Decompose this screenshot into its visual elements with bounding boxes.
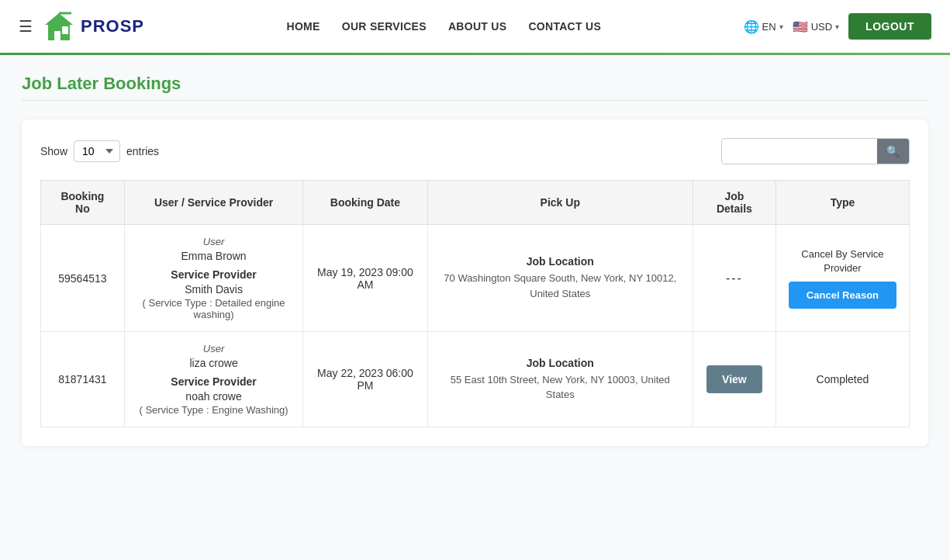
user-label-2: User xyxy=(137,343,291,354)
page-content: Job Later Bookings Show 10 25 50 100 ent… xyxy=(0,55,950,465)
search-button[interactable]: 🔍 xyxy=(877,139,909,164)
user-name-2: liza crowe xyxy=(137,357,291,369)
booking-date-2: May 22, 2023 06:00 PM xyxy=(303,332,427,427)
globe-icon: 🌐 xyxy=(744,19,759,34)
logo-sp: SP xyxy=(120,16,144,36)
search-icon: 🔍 xyxy=(886,145,900,157)
booking-date-1: May 19, 2023 09:00 AM xyxy=(303,225,427,332)
hamburger-icon[interactable]: ☰ xyxy=(19,17,33,36)
header: ☰ PROSP HOME OUR SERVICES ABOUT US CONTA… xyxy=(0,0,950,53)
booking-no-1: 59564513 xyxy=(41,225,125,332)
col-booking-no: Booking No xyxy=(41,181,125,225)
job-details-2: View xyxy=(693,332,776,427)
type-2: Completed xyxy=(776,332,909,427)
logo-container: PROSP xyxy=(42,9,144,43)
table-row: 81871431 User liza crowe Service Provide… xyxy=(41,332,910,427)
service-type-2: ( Service Type : Engine Washing) xyxy=(137,404,291,416)
table-row: 59564513 User Emma Brown Service Provide… xyxy=(41,225,910,332)
cancel-service-text: Cancel By Service Provider xyxy=(789,247,896,275)
view-button[interactable]: View xyxy=(706,365,762,393)
col-user-provider: User / Service Provider xyxy=(124,181,303,225)
logo-pro: PRO xyxy=(81,16,120,36)
col-type: Type xyxy=(776,181,909,225)
card: Show 10 25 50 100 entries 🔍 Booki xyxy=(22,119,928,446)
lang-selector[interactable]: 🌐 EN ▾ xyxy=(744,19,783,34)
location-address-2: 55 East 10th Street, New York, NY 10003,… xyxy=(440,372,680,403)
svg-rect-1 xyxy=(54,31,60,40)
page-divider xyxy=(22,100,928,101)
header-right: 🌐 EN ▾ 🇺🇸 USD ▾ LOGOUT xyxy=(744,13,931,40)
svg-rect-2 xyxy=(62,26,68,34)
logo-svg-icon xyxy=(42,9,76,43)
search-container: 🔍 xyxy=(721,138,910,164)
provider-label-2: Service Provider xyxy=(137,375,291,388)
show-label: Show xyxy=(40,145,67,157)
user-provider-2: User liza crowe Service Provider noah cr… xyxy=(124,332,303,427)
search-input[interactable] xyxy=(722,140,877,163)
currency-flag-icon: 🇺🇸 xyxy=(793,19,808,34)
nav-our-services[interactable]: OUR SERVICES xyxy=(342,20,427,33)
col-booking-date: Booking Date xyxy=(303,181,427,225)
lang-label: EN xyxy=(762,21,776,33)
pick-up-1: Job Location 70 Washington Square South,… xyxy=(427,225,693,332)
lang-chevron-icon: ▾ xyxy=(779,22,783,31)
provider-name-2: noah crowe xyxy=(137,390,291,403)
currency-selector[interactable]: 🇺🇸 USD ▾ xyxy=(793,19,839,34)
cancel-reason-button[interactable]: Cancel Reason xyxy=(789,282,896,309)
nav-about-us[interactable]: ABOUT US xyxy=(448,20,507,33)
location-address-1: 70 Washington Square South, New York, NY… xyxy=(440,271,680,301)
col-job-details: Job Details xyxy=(693,181,776,225)
entries-label: entries xyxy=(126,145,159,157)
type-1: Cancel By Service Provider Cancel Reason xyxy=(776,225,909,332)
nav-contact-us[interactable]: CONTACT US xyxy=(528,20,601,33)
header-left: ☰ PROSP xyxy=(19,9,144,43)
currency-label: USD xyxy=(811,21,832,33)
user-provider-1: User Emma Brown Service Provider Smith D… xyxy=(124,225,303,332)
completed-text: Completed xyxy=(817,373,869,385)
page-title: Job Later Bookings xyxy=(22,74,928,94)
provider-name-1: Smith Davis xyxy=(137,283,291,296)
user-name-1: Emma Brown xyxy=(137,250,291,262)
header-nav: HOME OUR SERVICES ABOUT US CONTACT US xyxy=(287,20,602,33)
entries-select[interactable]: 10 25 50 100 xyxy=(74,140,120,162)
pick-up-2: Job Location 55 East 10th Street, New Yo… xyxy=(427,332,693,427)
data-table: Booking No User / Service Provider Booki… xyxy=(40,180,910,427)
logout-button[interactable]: LOGOUT xyxy=(848,13,931,40)
currency-chevron-icon: ▾ xyxy=(835,22,839,31)
user-label-1: User xyxy=(137,236,291,247)
booking-no-2: 81871431 xyxy=(41,332,125,427)
nav-home[interactable]: HOME xyxy=(287,20,320,33)
logo-text: PROSP xyxy=(81,16,144,36)
table-header-row: Booking No User / Service Provider Booki… xyxy=(41,181,910,225)
service-type-1: ( Service Type : Detailed engine washing… xyxy=(137,297,291,320)
table-controls: Show 10 25 50 100 entries 🔍 xyxy=(40,138,910,164)
location-label-2: Job Location xyxy=(440,357,680,369)
job-details-1: --- xyxy=(693,225,776,332)
show-entries-container: Show 10 25 50 100 entries xyxy=(40,140,159,162)
col-pick-up: Pick Up xyxy=(427,181,693,225)
location-label-1: Job Location xyxy=(440,255,680,268)
provider-label-1: Service Provider xyxy=(137,268,291,281)
